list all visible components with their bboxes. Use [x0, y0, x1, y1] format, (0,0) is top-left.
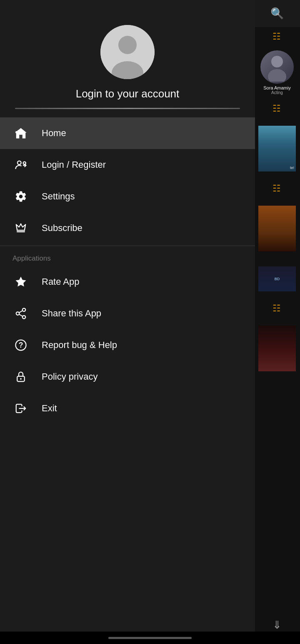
help-icon-svg: ? [15, 339, 27, 351]
login-label: Login / Register [42, 159, 106, 170]
thumbnail-2 [258, 206, 296, 251]
share-icon [12, 305, 29, 322]
search-icon[interactable]: 🔍 [270, 7, 284, 20]
svg-point-7 [18, 161, 21, 165]
subscribe-label: Subscribe [42, 223, 82, 234]
svg-text:?: ? [19, 341, 23, 349]
svg-point-9 [17, 230, 18, 231]
login-prompt[interactable]: Login to your account [76, 87, 180, 100]
crown-icon [12, 220, 29, 236]
home-label: Home [42, 128, 66, 139]
svg-point-14 [22, 316, 26, 319]
avatar-section: Sora Amamiy Acting [254, 46, 300, 99]
privacy-label: Policy privacy [42, 371, 98, 382]
grid-section-3: ☷ [254, 179, 300, 198]
share-icon-svg [15, 307, 27, 320]
menu-item-home[interactable]: Home [0, 117, 255, 149]
avatar-svg [100, 25, 155, 79]
lock-icon-svg [15, 370, 27, 383]
share-label: Share this App [42, 308, 101, 319]
settings-icon-svg [15, 190, 27, 203]
svg-point-12 [22, 308, 26, 312]
menu-item-login[interactable]: Login / Register [0, 149, 255, 181]
applications-section-title: Applications [0, 248, 255, 266]
home-indicator [108, 637, 192, 639]
crown-icon-svg [15, 222, 27, 234]
grid-section-1: ☷ [254, 27, 300, 46]
menu-item-share[interactable]: Share this App [0, 298, 255, 329]
avatar-small [260, 50, 294, 84]
header-divider [15, 108, 240, 109]
drawer-header: Login to your account [0, 0, 255, 117]
right-panel-subtitle: Acting [271, 90, 283, 95]
grid-icon-3: ☷ [272, 183, 282, 194]
avatar-small-img [260, 50, 294, 84]
star-icon [12, 274, 29, 290]
svg-point-0 [271, 56, 283, 67]
login-register-icon [12, 157, 29, 173]
home-icon [12, 125, 29, 142]
rate-label: Rate App [42, 276, 80, 287]
grid-icon-2: ☷ [272, 103, 282, 114]
star-icon-svg [15, 276, 27, 288]
menu-item-subscribe[interactable]: Subscribe [0, 212, 255, 244]
applications-menu-section: Rate App Share this App ? [0, 266, 255, 424]
svg-point-11 [20, 224, 22, 225]
exit-label: Exit [42, 403, 57, 414]
thumbnail-section-1: te! [254, 118, 300, 179]
thumbnail-section-2 [254, 198, 300, 259]
grid-icon-4: ☷ [272, 303, 282, 314]
thumbnail-1: te! [258, 126, 296, 172]
svg-point-1 [268, 69, 286, 82]
svg-point-8 [23, 162, 26, 164]
thumbnail-4 [258, 326, 296, 371]
login-icon-svg [15, 159, 27, 171]
menu-item-privacy[interactable]: Policy privacy [0, 361, 255, 393]
menu-item-settings[interactable]: Settings [0, 181, 255, 212]
user-avatar[interactable] [100, 25, 155, 79]
grid-section-2: ☷ [254, 99, 300, 118]
navigation-drawer: Login to your account Home [0, 0, 255, 644]
exit-icon [12, 400, 29, 417]
download-icon: ⇓ [272, 619, 282, 632]
exit-icon-svg [15, 402, 27, 415]
thumbnail-section-3: BD [254, 259, 300, 299]
thumbnail-section-4 [254, 318, 300, 379]
lock-icon [12, 368, 29, 385]
menu-item-exit[interactable]: Exit [0, 393, 255, 424]
menu-item-report[interactable]: ? Report bug & Help [0, 329, 255, 361]
svg-line-16 [19, 311, 23, 313]
settings-label: Settings [42, 191, 75, 202]
svg-point-3 [118, 36, 137, 54]
grid-icon-1: ☷ [272, 31, 282, 42]
svg-point-20 [20, 378, 22, 380]
right-panel: 🔍 ☷ Sora Amamiy Acting ☷ te! ☷ [254, 0, 300, 644]
report-label: Report bug & Help [42, 340, 117, 351]
menu-item-rate[interactable]: Rate App [0, 266, 255, 298]
right-top-bar: 🔍 [254, 0, 300, 27]
thumbnail-3: BD [258, 266, 296, 291]
svg-point-10 [24, 230, 25, 231]
bottom-nav-bar [0, 632, 300, 644]
main-menu-section: Home Login / Register Settings [0, 117, 255, 244]
help-icon: ? [12, 337, 29, 353]
section-divider [0, 246, 255, 246]
person-avatar-svg [262, 52, 292, 82]
home-icon-svg [15, 127, 27, 139]
right-panel-name: Sora Amamiy [261, 85, 292, 90]
grid-section-4: ☷ [254, 299, 300, 318]
svg-line-15 [19, 314, 23, 316]
settings-icon [12, 188, 29, 205]
svg-point-13 [16, 312, 20, 315]
